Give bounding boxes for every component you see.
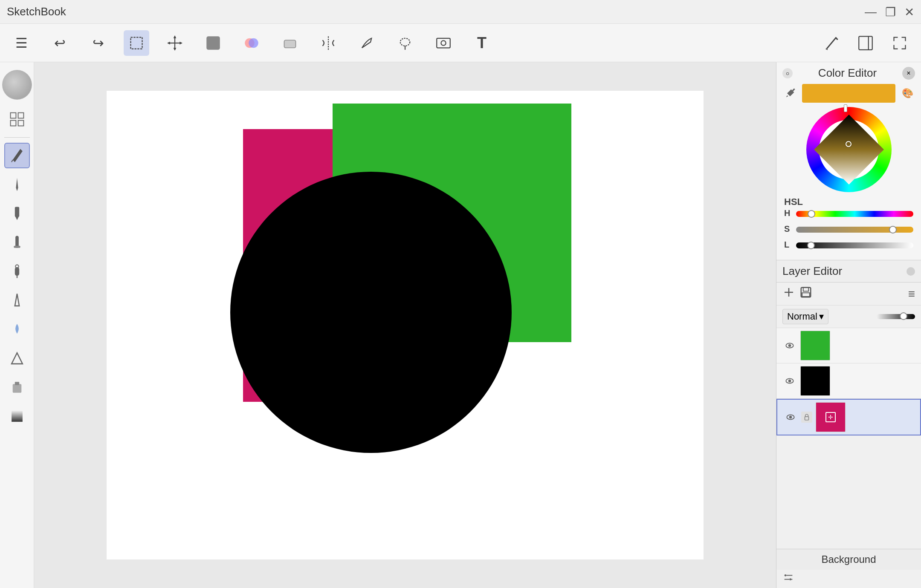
canvas[interactable]: [107, 91, 704, 559]
undo-button[interactable]: ↩: [47, 30, 72, 56]
layer-blend-row: Normal ▾: [776, 306, 921, 328]
pink-layer-col: [801, 412, 812, 423]
dropper-tool[interactable]: [782, 86, 798, 101]
main-toolbar: ☰ ↩ ↪: [0, 24, 921, 62]
color-editor-close[interactable]: ×: [902, 67, 915, 80]
ink-pen-tool[interactable]: [4, 172, 30, 197]
svg-line-16: [827, 37, 837, 49]
symmetry-button[interactable]: [316, 30, 341, 56]
svg-point-55: [789, 578, 791, 580]
brush-grid-button[interactable]: [4, 107, 30, 132]
svg-rect-38: [14, 382, 19, 385]
svg-marker-4: [174, 48, 177, 51]
svg-rect-37: [12, 384, 21, 393]
blend-mode-arrow: ▾: [819, 311, 824, 322]
layer-editor-header: Layer Editor: [776, 260, 921, 282]
text-button[interactable]: T: [469, 30, 495, 56]
canvas-area[interactable]: [34, 62, 776, 588]
pencil-mode-button[interactable]: [819, 30, 844, 56]
svg-rect-0: [131, 37, 142, 49]
background-layer[interactable]: Background: [776, 549, 921, 570]
color-editor: ○ Color Editor × 🎨: [776, 62, 921, 260]
panel-button[interactable]: [853, 30, 878, 56]
fullscreen-button[interactable]: [887, 30, 912, 56]
layer-menu-button[interactable]: ≡: [908, 287, 915, 301]
pencil-tool[interactable]: [4, 143, 30, 168]
layer-selected-indicator: ✛: [825, 412, 836, 422]
color-tools-row: 🎨: [782, 84, 915, 103]
layer-filter-button[interactable]: [782, 571, 794, 586]
color-editor-title: Color Editor: [818, 66, 877, 80]
layer-visibility-pink[interactable]: [783, 410, 798, 424]
svg-rect-19: [859, 36, 872, 50]
maximize-button[interactable]: ❐: [885, 5, 896, 19]
svg-rect-24: [18, 121, 23, 126]
close-button[interactable]: ✕: [904, 5, 914, 19]
color-wheel-diamond[interactable]: [814, 115, 883, 184]
layer-actions: ≡: [776, 282, 921, 306]
photo-button[interactable]: [431, 30, 456, 56]
svg-marker-3: [174, 35, 177, 38]
blend-button[interactable]: [239, 30, 264, 56]
svg-rect-31: [14, 246, 20, 248]
layer-visibility-black[interactable]: [782, 374, 797, 388]
color-preview[interactable]: [802, 84, 895, 103]
blend-mode-dropdown[interactable]: Normal ▾: [782, 309, 828, 324]
hue-slider[interactable]: [796, 211, 913, 217]
add-layer-button[interactable]: [782, 286, 795, 302]
layer-item-pink[interactable]: ✛: [776, 399, 921, 435]
svg-marker-25: [12, 149, 22, 162]
brush-preview[interactable]: [2, 70, 32, 100]
layer-item-green[interactable]: [776, 328, 921, 363]
redo-button[interactable]: ↪: [85, 30, 111, 56]
airbrush-tool[interactable]: [4, 259, 30, 284]
blend-mode-label: Normal: [787, 311, 817, 322]
color-wheel[interactable]: [806, 107, 892, 192]
svg-point-46: [788, 344, 791, 347]
svg-marker-36: [12, 353, 23, 364]
smudge-tool[interactable]: [4, 230, 30, 255]
layer-thumbnail-pink: ✛: [816, 402, 846, 432]
l-row: L: [784, 240, 913, 251]
color-palette-button[interactable]: 🎨: [900, 86, 915, 101]
chalk-tool[interactable]: [4, 288, 30, 313]
menu-button[interactable]: ☰: [9, 30, 34, 56]
svg-marker-27: [16, 178, 18, 191]
hsl-section: HSL H S L: [782, 196, 915, 251]
color-editor-collapse[interactable]: ○: [782, 68, 793, 78]
h-label: H: [784, 208, 793, 218]
layer-editor: Layer Editor ≡: [776, 260, 921, 588]
s-label: S: [784, 224, 793, 234]
select-button[interactable]: [124, 30, 149, 56]
lightness-slider[interactable]: [796, 242, 913, 248]
move-button[interactable]: [162, 30, 188, 56]
layer-item-black[interactable]: [776, 363, 921, 399]
eraser-button[interactable]: [277, 30, 303, 56]
svg-rect-43: [803, 288, 809, 291]
opacity-track[interactable]: [877, 314, 915, 319]
layer-collapse-button[interactable]: [907, 267, 915, 276]
lasso-button[interactable]: [392, 30, 418, 56]
marker-tool[interactable]: [4, 201, 30, 226]
color-wheel-container[interactable]: [806, 107, 892, 192]
color-wheel-cursor: [846, 141, 851, 147]
layer-list: ✛: [776, 328, 921, 549]
saturation-slider[interactable]: [796, 227, 913, 233]
triangle-tool[interactable]: [4, 346, 30, 371]
svg-marker-5: [167, 41, 170, 44]
gradient-tool[interactable]: [4, 404, 30, 429]
paint-bucket-tool[interactable]: [4, 375, 30, 400]
layer-lock-pink[interactable]: [801, 412, 812, 423]
svg-point-50: [789, 416, 792, 419]
svg-rect-39: [12, 411, 23, 422]
minimize-button[interactable]: —: [865, 5, 877, 19]
svg-rect-10: [284, 40, 296, 48]
svg-rect-7: [206, 36, 220, 50]
watercolor-tool[interactable]: [4, 317, 30, 342]
layer-visibility-green[interactable]: [782, 338, 797, 353]
layer-header-buttons: [907, 267, 915, 276]
pen-tool-button[interactable]: [354, 30, 379, 56]
color-wheel-marker: [844, 104, 847, 112]
fill-button[interactable]: [200, 30, 226, 56]
save-layer-button[interactable]: [799, 286, 812, 302]
